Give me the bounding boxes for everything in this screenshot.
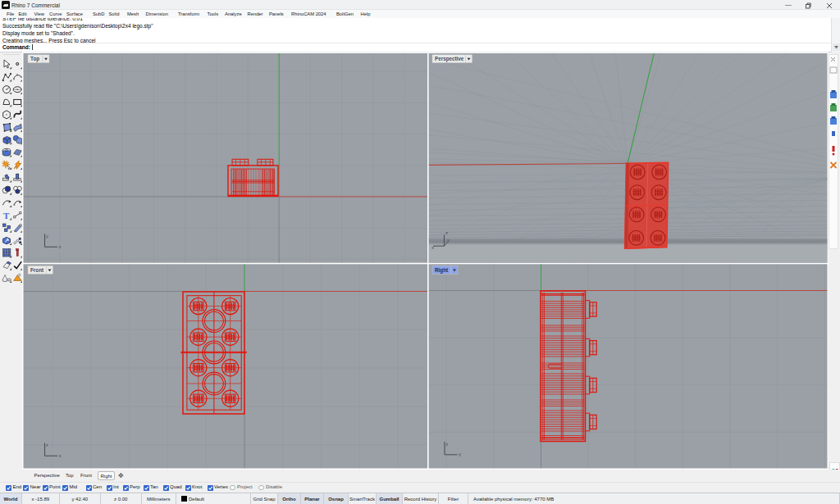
svg-text:Perspective: Perspective [435, 56, 464, 62]
svg-text:z: z [445, 441, 448, 447]
svg-text:Right: Right [435, 267, 449, 274]
svg-text:z: z [445, 229, 448, 235]
svg-text:z: z [46, 442, 48, 447]
svg-text:Front: Front [30, 267, 44, 273]
svg-text:Top: Top [30, 56, 39, 62]
